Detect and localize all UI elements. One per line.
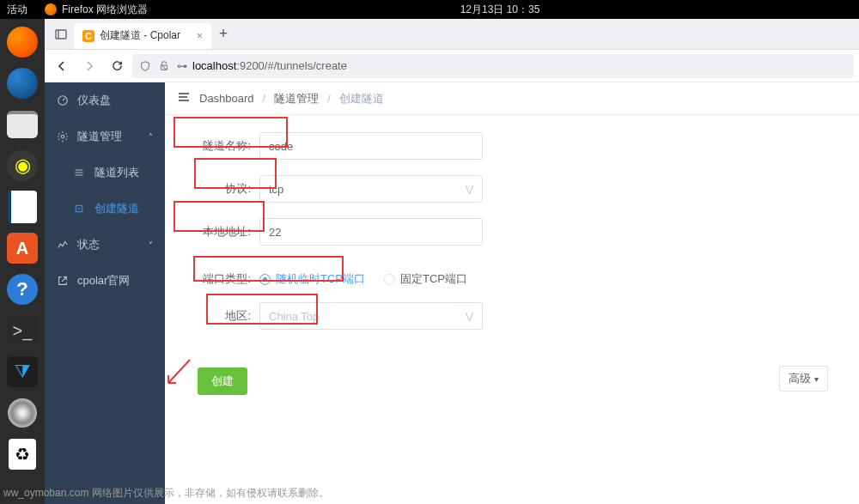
gear-icon [57, 131, 69, 143]
radio-fixed-port[interactable]: 固定TCP端口 [384, 271, 467, 287]
radio-random-port[interactable]: 随机临时TCP端口 [259, 271, 365, 287]
dashboard-icon [57, 94, 69, 106]
proto-label: 协议: [191, 181, 259, 197]
sidebar-item-label: 仪表盘 [77, 93, 111, 108]
url-bar[interactable]: ⊶ localhost:9200/#/tunnels/create [132, 54, 854, 78]
activities-button[interactable]: 活动 [7, 3, 27, 17]
clock[interactable]: 12月13日 10：35 [460, 3, 540, 17]
gnome-top-bar: 活动 Firefox 网络浏览器 12月13日 10：35 [0, 0, 859, 19]
sidebar-item-label: cpolar官网 [77, 273, 130, 288]
create-icon [74, 203, 86, 214]
status-icon [57, 239, 69, 251]
breadcrumb-sep: / [263, 92, 266, 105]
app-main: Dashboard / 隧道管理 / 创建隧道 隧道名称: code 协议: t… [165, 82, 859, 504]
radio-dot-icon [259, 274, 271, 285]
breadcrumb-current: 创建隧道 [339, 91, 384, 106]
dock-trash[interactable]: ♻ [4, 436, 40, 472]
sidebar-item-label: 创建隧道 [94, 202, 139, 216]
addr-input[interactable]: 22 [259, 218, 483, 246]
chevron-down-icon: ▾ [814, 374, 819, 384]
sidebar-item-dashboard[interactable]: 仪表盘 [45, 82, 165, 118]
firefox-icon [45, 3, 57, 15]
sidebar-item-label: 隧道管理 [77, 129, 122, 144]
connection-permission-icon: ⊶ [177, 60, 186, 72]
external-link-icon [57, 275, 69, 287]
dock-disc[interactable] [4, 395, 40, 431]
dock-files[interactable] [4, 106, 40, 143]
lock-icon [158, 60, 170, 72]
dock-software[interactable]: A [4, 230, 40, 266]
view-history-button[interactable] [48, 22, 74, 46]
dock-rhythmbox[interactable]: ◉ [4, 148, 40, 184]
dock: ◉ A ? >_ ⧩ ♻ [0, 19, 45, 504]
app-sidebar: 仪表盘 隧道管理 ˄ 隧道列表 创建隧道 [45, 82, 165, 504]
shield-icon [139, 60, 151, 72]
addr-label: 本地地址: [191, 224, 259, 240]
browser-tab[interactable]: C 创建隧道 - Cpolar × [74, 23, 211, 49]
hamburger-icon[interactable] [177, 90, 191, 106]
sidebar-item-label: 隧道列表 [94, 166, 139, 180]
close-tab-icon[interactable]: × [197, 30, 203, 42]
arrow-annotation [165, 355, 194, 390]
sidebar-item-tunnel-list[interactable]: 隧道列表 [45, 155, 165, 191]
toolbar: ⊶ localhost:9200/#/tunnels/create [45, 50, 859, 82]
tab-favicon: C [82, 30, 94, 42]
dock-vscode[interactable]: ⧩ [4, 354, 40, 390]
dock-writer[interactable] [4, 189, 40, 225]
breadcrumb-sep: / [327, 92, 331, 105]
list-icon [74, 167, 86, 178]
url-text: localhost:9200/#/tunnels/create [192, 59, 347, 72]
svg-line-3 [161, 65, 166, 70]
advanced-button[interactable]: 高级 ▾ [779, 366, 828, 392]
dock-firefox[interactable] [4, 24, 40, 60]
page-content: 仪表盘 隧道管理 ˄ 隧道列表 创建隧道 [45, 82, 859, 504]
dock-help[interactable]: ? [4, 271, 40, 307]
footer-watermark: ww_oymoban.com 网络图片仅供展示，非存储，如有侵权请联系删除。 [3, 486, 329, 501]
svg-rect-0 [56, 30, 66, 39]
breadcrumb: Dashboard / 隧道管理 / 创建隧道 [165, 82, 859, 115]
svg-point-5 [61, 135, 64, 138]
tab-title: 创建隧道 - Cpolar [100, 28, 180, 43]
tab-bar: C 创建隧道 - Cpolar × + [45, 19, 859, 50]
active-app-indicator[interactable]: Firefox 网络浏览器 [45, 3, 148, 17]
dock-thunderbird[interactable] [4, 65, 40, 101]
port-type-label: 端口类型: [191, 271, 259, 287]
name-label: 隧道名称: [191, 138, 259, 154]
new-tab-button[interactable]: + [211, 25, 235, 43]
proto-select[interactable]: tcp⋁ [259, 175, 483, 203]
chevron-up-icon: ˄ [149, 132, 153, 142]
forward-button[interactable] [77, 54, 101, 78]
dock-terminal[interactable]: >_ [4, 313, 40, 349]
region-select[interactable]: China Top⋁ [259, 302, 483, 330]
breadcrumb-item[interactable]: Dashboard [199, 92, 254, 105]
sidebar-item-label: 状态 [77, 237, 100, 252]
chevron-down-icon: ˅ [149, 240, 153, 250]
region-label: 地区: [191, 308, 259, 324]
create-button[interactable]: 创建 [198, 367, 247, 395]
create-tunnel-form: 隧道名称: code 协议: tcp⋁ 本地地址: 22 端口类型: [165, 115, 859, 504]
sidebar-item-create-tunnel[interactable]: 创建隧道 [45, 191, 165, 227]
breadcrumb-item[interactable]: 隧道管理 [274, 91, 319, 106]
name-input[interactable]: code [259, 132, 483, 160]
chevron-down-icon: ⋁ [466, 184, 473, 195]
chevron-down-icon: ⋁ [466, 311, 473, 322]
firefox-window: C 创建隧道 - Cpolar × + ⊶ localhost:9200/#/t… [45, 19, 859, 504]
sidebar-item-status[interactable]: 状态 ˅ [45, 227, 165, 263]
radio-dot-icon [384, 274, 395, 285]
back-button[interactable] [50, 54, 74, 78]
sidebar-item-official-site[interactable]: cpolar官网 [45, 263, 165, 299]
sidebar-item-tunnel-mgmt[interactable]: 隧道管理 ˄ [45, 118, 165, 155]
reload-button[interactable] [105, 54, 129, 78]
